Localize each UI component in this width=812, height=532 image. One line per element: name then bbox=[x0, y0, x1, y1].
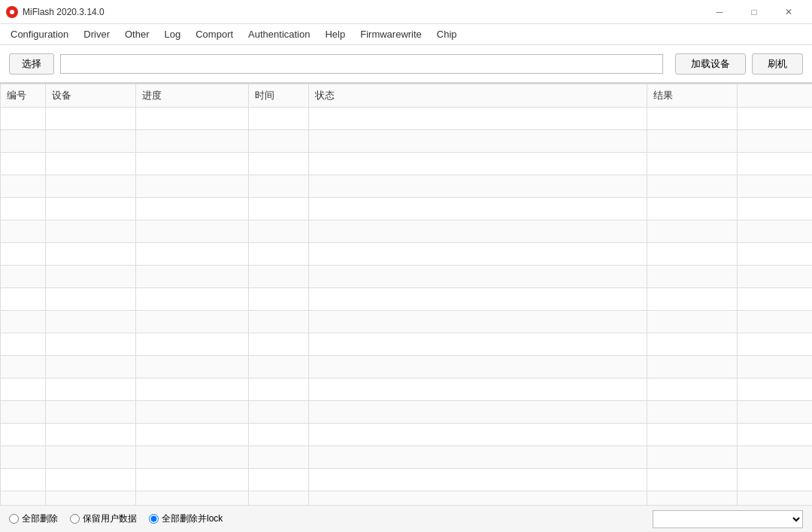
table-cell-device bbox=[46, 424, 136, 446]
table-cell-extra bbox=[738, 288, 813, 311]
table-cell-device bbox=[46, 108, 136, 130]
menu-item-authentication[interactable]: Authentication bbox=[241, 26, 317, 43]
load-device-button[interactable]: 加载设备 bbox=[675, 53, 746, 74]
table-cell-time bbox=[249, 288, 309, 311]
table-cell-device bbox=[46, 175, 136, 198]
table-cell-status bbox=[309, 220, 647, 243]
table-row bbox=[1, 311, 813, 333]
table-cell-extra bbox=[738, 491, 813, 506]
table-cell-extra bbox=[738, 333, 813, 356]
table-cell-result bbox=[647, 243, 738, 266]
table-cell-time bbox=[249, 378, 309, 401]
table-cell-progress bbox=[136, 266, 249, 288]
table-cell-num bbox=[1, 266, 46, 288]
table-row bbox=[1, 220, 813, 243]
table-cell-extra bbox=[738, 108, 813, 130]
menu-item-firmwarewrite[interactable]: Firmwarewrite bbox=[353, 26, 429, 43]
table-cell-result bbox=[647, 491, 738, 506]
bottom-dropdown[interactable] bbox=[653, 510, 803, 528]
table-cell-progress bbox=[136, 401, 249, 424]
radio-keep-user-data-input[interactable] bbox=[70, 514, 80, 524]
table-cell-num bbox=[1, 401, 46, 424]
close-button[interactable]: ✕ bbox=[771, 0, 806, 24]
col-header-result: 结果 bbox=[647, 84, 738, 108]
radio-keep-user-data[interactable]: 保留用户数据 bbox=[70, 512, 137, 525]
table-cell-result bbox=[647, 424, 738, 446]
table-cell-num bbox=[1, 198, 46, 220]
menu-item-other[interactable]: Other bbox=[117, 26, 157, 43]
table-cell-progress bbox=[136, 288, 249, 311]
table-cell-device bbox=[46, 446, 136, 469]
table-row bbox=[1, 198, 813, 220]
table-cell-progress bbox=[136, 333, 249, 356]
table-cell-num bbox=[1, 220, 46, 243]
table-cell-progress bbox=[136, 491, 249, 506]
radio-delete-all-lock[interactable]: 全部删除并lock bbox=[149, 512, 223, 525]
table-cell-result bbox=[647, 266, 738, 288]
table-cell-status bbox=[309, 198, 647, 220]
table-cell-num bbox=[1, 311, 46, 333]
table-cell-status bbox=[309, 446, 647, 469]
table-cell-device bbox=[46, 130, 136, 153]
radio-delete-all[interactable]: 全部删除 bbox=[9, 512, 58, 525]
table-cell-progress bbox=[136, 220, 249, 243]
table-cell-time bbox=[249, 333, 309, 356]
table-cell-time bbox=[249, 243, 309, 266]
table-cell-extra bbox=[738, 446, 813, 469]
table-cell-progress bbox=[136, 446, 249, 469]
table-body bbox=[1, 108, 813, 506]
table-cell-num bbox=[1, 356, 46, 378]
table-cell-result bbox=[647, 198, 738, 220]
col-header-status: 状态 bbox=[309, 84, 647, 108]
table-row bbox=[1, 378, 813, 401]
maximize-button[interactable]: □ bbox=[737, 0, 771, 24]
table-cell-status bbox=[309, 243, 647, 266]
table-cell-device bbox=[46, 356, 136, 378]
flash-button[interactable]: 刷机 bbox=[752, 53, 803, 74]
radio-delete-all-input[interactable] bbox=[9, 514, 19, 524]
col-header-time: 时间 bbox=[249, 84, 309, 108]
title-bar: MiFlash 2020.3.14.0 ─ □ ✕ bbox=[0, 0, 812, 24]
table-cell-device bbox=[46, 288, 136, 311]
minimize-button[interactable]: ─ bbox=[702, 0, 737, 24]
table-cell-device bbox=[46, 491, 136, 506]
table-cell-progress bbox=[136, 378, 249, 401]
table-cell-status bbox=[309, 311, 647, 333]
menu-item-chip[interactable]: Chip bbox=[429, 26, 465, 43]
table-row bbox=[1, 288, 813, 311]
table-container: 编号 设备 进度 时间 状态 结果 bbox=[0, 83, 812, 505]
table-cell-progress bbox=[136, 153, 249, 175]
table-cell-extra bbox=[738, 220, 813, 243]
table-cell-extra bbox=[738, 356, 813, 378]
table-row bbox=[1, 175, 813, 198]
table-cell-progress bbox=[136, 424, 249, 446]
file-path-input[interactable] bbox=[60, 54, 663, 74]
table-cell-time bbox=[249, 198, 309, 220]
table-cell-device bbox=[46, 220, 136, 243]
table-cell-time bbox=[249, 130, 309, 153]
menu-item-configuration[interactable]: Configuration bbox=[3, 26, 76, 43]
menu-item-comport[interactable]: Comport bbox=[188, 26, 241, 43]
menu-item-help[interactable]: Help bbox=[317, 26, 353, 43]
data-table: 编号 设备 进度 时间 状态 结果 bbox=[0, 84, 812, 505]
table-cell-status bbox=[309, 469, 647, 491]
table-cell-time bbox=[249, 424, 309, 446]
table-cell-time bbox=[249, 401, 309, 424]
select-button[interactable]: 选择 bbox=[9, 53, 54, 74]
table-cell-status bbox=[309, 130, 647, 153]
table-row bbox=[1, 333, 813, 356]
table-cell-progress bbox=[136, 198, 249, 220]
menu-item-log[interactable]: Log bbox=[157, 26, 189, 43]
radio-delete-all-lock-input[interactable] bbox=[149, 514, 159, 524]
table-row bbox=[1, 243, 813, 266]
menu-item-driver[interactable]: Driver bbox=[76, 26, 117, 43]
table-cell-status bbox=[309, 333, 647, 356]
window-controls: ─ □ ✕ bbox=[702, 0, 806, 24]
table-row bbox=[1, 446, 813, 469]
table-cell-extra bbox=[738, 243, 813, 266]
table-cell-result bbox=[647, 288, 738, 311]
table-cell-result bbox=[647, 130, 738, 153]
table-cell-result bbox=[647, 153, 738, 175]
table-cell-num bbox=[1, 491, 46, 506]
radio-delete-all-label: 全部删除 bbox=[22, 512, 58, 525]
